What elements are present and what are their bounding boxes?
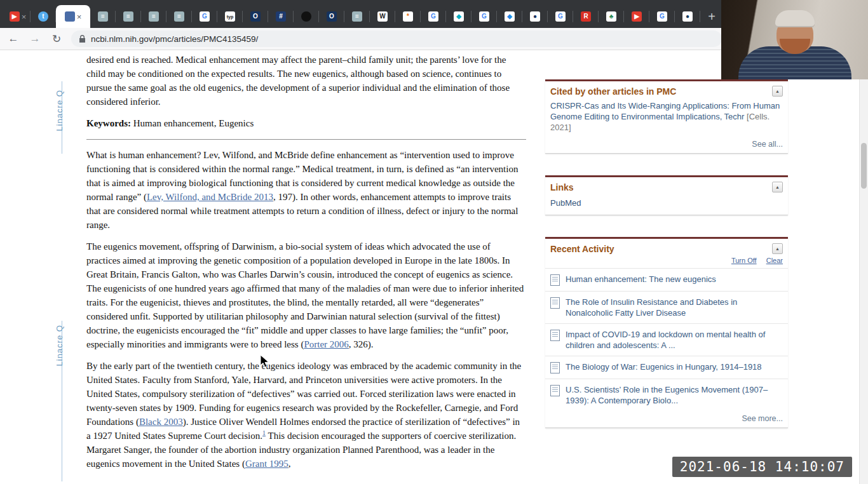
body-text: desired end is reached. Medical enhancem… [86,55,510,107]
wikipedia-tab[interactable]: W [370,5,395,28]
globe-icon: ● [682,11,693,22]
recent-activity-item[interactable]: Impact of COVID-19 and lockdown on menta… [545,323,788,356]
citation-link[interactable]: Grant 1995 [245,459,288,469]
tab-close-icon[interactable]: × [77,13,82,21]
citation-link[interactable]: Lev, Wilfond, and McBride 2013 [147,192,273,202]
flower-tab[interactable]: * [395,5,421,28]
journal-margin-label: Linacre Q [55,325,64,366]
keywords-line: Keywords: Human enhancement, Eugenics [86,116,526,130]
typ-tab[interactable]: typ [217,5,243,28]
recent-activity-item[interactable]: Human enhancement: The new eugenics [545,268,788,291]
keywords-label: Keywords: [86,118,131,128]
back-button[interactable]: ← [6,32,20,45]
cited-by-item: CRISPR-Cas and Its Wide-Ranging Applicat… [545,99,788,137]
docs-tab-1[interactable]: ≡ [90,5,116,28]
drive-tab-1[interactable]: ◆ [446,5,471,28]
recent-activity-item[interactable]: U.S. Scientists’ Role in the Eugenics Mo… [545,379,788,411]
article-body: desired end is reached. Medical enhancem… [86,50,526,478]
recent-activity-link[interactable]: The Biology of War: Eugenics in Hungary,… [566,361,762,373]
keywords-value: Human enhancement, Eugenics [131,118,254,128]
reload-button[interactable]: ↻ [50,32,64,46]
docs-tab-4[interactable]: ≡ [166,5,192,28]
r-icon: R [581,11,591,22]
recent-activity-item[interactable]: The Biology of War: Eugenics in Hungary,… [545,356,788,379]
youtube-icon: ▶ [632,11,642,22]
drive-tab-2[interactable]: ◆ [497,5,522,28]
url-text: ncbi.nlm.nih.gov/pmc/articles/PMC4135459… [91,34,258,44]
navy-circle-icon: ● [530,11,540,22]
page-scrollbar[interactable] [859,50,868,484]
docs-tab-3[interactable]: ≡ [141,5,166,28]
obsidian-tab[interactable] [294,5,319,28]
youtube-tab-2[interactable]: ▶ [624,5,649,28]
recent-activity-item[interactable]: The Role of Insulin Resistance and Diabe… [545,291,788,323]
google-icon: G [479,11,489,22]
r-site-tab[interactable]: R [573,5,599,28]
turn-off-link[interactable]: Turn Off [731,257,757,264]
document-icon: ≡ [98,11,108,22]
see-more-link[interactable]: See more... [545,411,788,427]
docs-tab-2[interactable]: ≡ [116,5,141,28]
scrollbar-thumb[interactable] [861,143,867,189]
recent-activity-title: Recent Activity [550,244,614,254]
collapse-button[interactable]: ▲ [772,243,783,254]
links-item-pubmed[interactable]: PubMed [550,196,783,211]
forward-button[interactable]: → [28,32,42,45]
section-divider [86,139,526,140]
lock-icon[interactable] [79,35,86,43]
ncbi-icon [65,11,75,22]
google-tab-2[interactable]: G [421,5,446,28]
tab-list: ▶×t×≡≡≡≡GtypO#O≡W*G◆G◆●GR♣▶G● [5,5,700,28]
document-icon [550,362,560,373]
recent-activity-list: Human enhancement: The new eugenicsThe R… [545,268,788,411]
document-icon: ≡ [123,11,133,22]
tab-close-icon[interactable]: × [22,13,27,21]
recent-activity-link[interactable]: Impact of COVID-19 and lockdown on menta… [566,329,783,351]
o-site-tab-1[interactable]: O [243,5,268,28]
cited-by-box: Cited by other articles in PMC ▲ CRISPR-… [545,79,788,154]
clear-link[interactable]: Clear [766,257,783,264]
citation-link[interactable]: Porter 2006 [304,339,348,349]
docs-tab-5[interactable]: ≡ [344,5,370,28]
body-text: , [288,459,291,469]
google-icon: G [200,11,210,22]
grid-icon: # [276,11,286,22]
flower-icon: * [403,11,413,22]
twitter-icon: t [38,11,48,22]
navy-circle-tab[interactable]: ● [522,5,548,28]
new-tab-button[interactable]: + [703,8,721,25]
google-tab-4[interactable]: G [548,5,573,28]
document-icon: ≡ [352,11,362,22]
recent-activity-box: Recent Activity ▲ Turn Off Clear Human e… [545,237,788,428]
links-title: Links [550,182,574,192]
blue-diamond-icon: ◆ [505,11,515,22]
see-all-link[interactable]: See all... [545,137,788,153]
collapse-button[interactable]: ▲ [772,86,783,97]
address-bar[interactable]: ncbi.nlm.nih.gov/pmc/articles/PMC4135459… [71,30,722,47]
google-icon: G [428,11,438,22]
grid-tab[interactable]: # [268,5,294,28]
recent-activity-actions: Turn Off Clear [545,257,788,268]
recent-activity-link[interactable]: U.S. Scientists’ Role in the Eugenics Mo… [566,384,783,406]
youtube-icon: ▶ [10,11,20,22]
collapse-button[interactable]: ▲ [772,182,783,192]
recent-activity-link[interactable]: Human enhancement: The new eugenics [566,274,716,286]
body-text: , 326). [349,339,374,349]
google-tab-3[interactable]: G [471,5,497,28]
document-icon [550,297,560,309]
globe-tab[interactable]: ● [675,5,700,28]
citation-link[interactable]: Black 2003 [139,417,183,427]
twitter-tab[interactable]: t [31,5,56,28]
body-text: The eugenics movement, offspring of Darw… [86,241,524,349]
article-paragraphs: What is human enhancement? Lev, Wilfond,… [86,148,526,471]
cited-by-title: Cited by other articles in PMC [550,86,676,97]
article-paragraph: What is human enhancement? Lev, Wilfond,… [86,148,526,232]
youtube-tab[interactable]: ▶× [5,5,31,28]
o-site-tab-2[interactable]: O [319,5,344,28]
google-tab-1[interactable]: G [192,5,217,28]
recent-activity-link[interactable]: The Role of Insulin Resistance and Diabe… [566,297,783,318]
google-tab-5[interactable]: G [649,5,675,28]
links-box: Links ▲ PubMed [545,175,788,215]
plant-tab[interactable]: ♣ [599,5,624,28]
pmc-article-tab[interactable]: × [56,5,90,28]
